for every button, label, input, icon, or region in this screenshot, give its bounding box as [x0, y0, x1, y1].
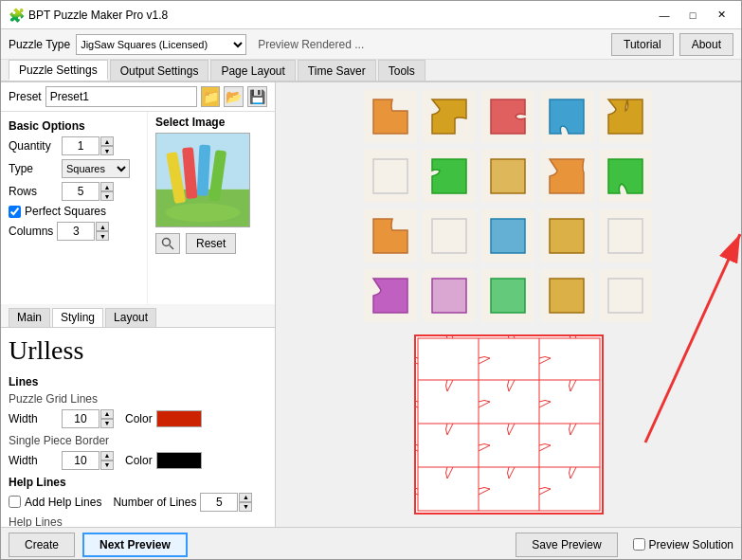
tab-time-saver[interactable]: Time Saver: [298, 60, 376, 81]
basic-options-title: Basic Options: [9, 119, 139, 133]
piece-width-up[interactable]: ▲: [100, 451, 114, 461]
create-button[interactable]: Create: [9, 533, 75, 557]
maximize-button[interactable]: □: [680, 7, 705, 24]
quantity-down-button[interactable]: ▼: [100, 146, 114, 155]
tab-puzzle-settings[interactable]: Puzzle Settings: [9, 60, 108, 81]
grid-color-swatch[interactable]: [156, 410, 202, 427]
quantity-spinner: ▲ ▼: [62, 136, 114, 155]
piece-width-row: Width ▲ ▼ Color: [9, 451, 267, 470]
sub-tab-styling[interactable]: Styling: [52, 308, 103, 327]
columns-up-button[interactable]: ▲: [96, 222, 109, 231]
tab-page-layout[interactable]: Page Layout: [210, 60, 295, 81]
num-lines-up[interactable]: ▲: [239, 493, 252, 502]
rows-spinner-btns: ▲ ▼: [100, 182, 114, 201]
tab-output-settings[interactable]: Output Settings: [110, 60, 209, 81]
preset-label: Preset: [9, 90, 42, 103]
search-icon: [161, 237, 174, 250]
puzzle-piece-11: [364, 209, 419, 265]
svg-rect-29: [599, 269, 652, 322]
svg-point-8: [163, 239, 171, 246]
tutorial-button[interactable]: Tutorial: [611, 33, 674, 56]
preset-save-button[interactable]: 💾: [247, 86, 267, 107]
num-lines-down[interactable]: ▼: [239, 502, 252, 512]
preview-solution-row: Preview Solution: [633, 538, 733, 551]
piece-width-spinner: ▲ ▼: [62, 451, 114, 470]
preview-solution-checkbox[interactable]: [633, 538, 645, 551]
reset-button[interactable]: Reset: [186, 233, 236, 254]
preset-input[interactable]: [45, 86, 197, 107]
add-help-lines-checkbox[interactable]: [9, 496, 21, 508]
rows-input[interactable]: [62, 182, 100, 201]
grid-width-spinner-btns: ▲ ▼: [100, 409, 114, 428]
puzzle-piece-12: [423, 209, 478, 265]
perfect-squares-checkbox[interactable]: [9, 206, 21, 218]
close-button[interactable]: ✕: [709, 7, 733, 24]
rows-up-button[interactable]: ▲: [100, 182, 114, 191]
sub-tab-main[interactable]: Main: [9, 308, 50, 327]
sub-tab-bar: Main Styling Layout: [1, 304, 275, 328]
puzzle-piece-9: [540, 150, 595, 206]
settings-body: Basic Options Quantity ▲ ▼ Type Squares: [1, 112, 275, 304]
puzzle-grid-lines-title: Puzzle Grid Lines: [9, 392, 267, 406]
rows-row: Rows ▲ ▼: [9, 182, 139, 201]
type-select[interactable]: Squares: [62, 159, 130, 178]
window-controls: — □ ✕: [652, 7, 733, 24]
svg-rect-24: [599, 209, 652, 262]
about-button[interactable]: About: [679, 33, 733, 56]
grid-width-row: Width ▲ ▼ Color: [9, 409, 267, 428]
help-lines-sub-title: Help Lines: [9, 515, 267, 528]
add-help-lines-label: Add Help Lines: [25, 496, 101, 509]
quantity-spinner-btns: ▲ ▼: [100, 136, 114, 155]
image-thumbnail: [156, 133, 249, 227]
type-label: Type: [9, 162, 58, 175]
minimize-button[interactable]: —: [652, 7, 677, 24]
styling-panel: Urlless Lines Puzzle Grid Lines Width ▲ …: [1, 328, 275, 528]
puzzle-piece-6: [364, 150, 419, 206]
num-lines-spinner-btns: ▲ ▼: [239, 493, 252, 512]
svg-line-9: [170, 245, 173, 249]
piece-width-down[interactable]: ▼: [100, 461, 114, 470]
quantity-up-button[interactable]: ▲: [100, 136, 114, 146]
num-lines-input[interactable]: [200, 493, 238, 512]
preset-open-button[interactable]: 📂: [224, 86, 244, 107]
puzzle-outline-svg: [416, 336, 602, 513]
preset-row: Preset 📁 📂 💾: [1, 82, 275, 112]
preview-label: Preview Rendered ...: [258, 38, 606, 51]
image-search-button[interactable]: [155, 233, 180, 254]
grid-width-input[interactable]: [62, 409, 100, 428]
rows-down-button[interactable]: ▼: [100, 191, 114, 201]
quantity-input[interactable]: [62, 136, 100, 155]
piece-width-input[interactable]: [62, 451, 100, 470]
rows-spinner: ▲ ▼: [62, 182, 114, 201]
columns-down-button[interactable]: ▼: [96, 231, 109, 241]
rows-label: Rows: [9, 185, 58, 198]
puzzle-piece-13: [481, 209, 536, 265]
piece-color-label: Color: [125, 454, 153, 467]
next-preview-button[interactable]: Next Preview: [82, 533, 188, 557]
sub-tab-layout[interactable]: Layout: [105, 308, 156, 327]
save-preview-button[interactable]: Save Preview: [516, 533, 617, 557]
preset-folder-button[interactable]: 📁: [201, 86, 221, 107]
puzzle-piece-2: [423, 90, 478, 146]
puzzle-type-select[interactable]: JigSaw Squares (Licensed): [76, 34, 246, 55]
tab-tools[interactable]: Tools: [378, 60, 425, 81]
columns-input[interactable]: [57, 222, 95, 241]
puzzle-piece-1: [364, 90, 419, 146]
grid-width-down[interactable]: ▼: [100, 419, 114, 428]
piece-width-label: Width: [9, 454, 58, 467]
puzzle-piece-15: [599, 209, 654, 265]
puzzle-piece-4: [540, 90, 595, 146]
svg-rect-21: [423, 209, 476, 262]
puzzle-piece-8: [481, 150, 536, 206]
menu-bar: Puzzle Type JigSaw Squares (Licensed) Pr…: [1, 29, 741, 60]
puzzle-type-label: Puzzle Type: [9, 38, 70, 51]
piece-width-spinner-btns: ▲ ▼: [100, 451, 114, 470]
grid-width-up[interactable]: ▲: [100, 409, 114, 419]
main-content: Preset 📁 📂 💾 Basic Options Quantity ▲ ▼: [1, 82, 741, 527]
piece-color-swatch[interactable]: [156, 452, 202, 469]
svg-line-37: [645, 234, 740, 443]
puzzle-piece-5: [599, 90, 654, 146]
title-bar: 🧩 BPT Puzzle Maker Pro v1.8 — □ ✕: [1, 1, 741, 29]
type-row: Type Squares: [9, 159, 139, 178]
image-preview-box: [155, 133, 250, 227]
